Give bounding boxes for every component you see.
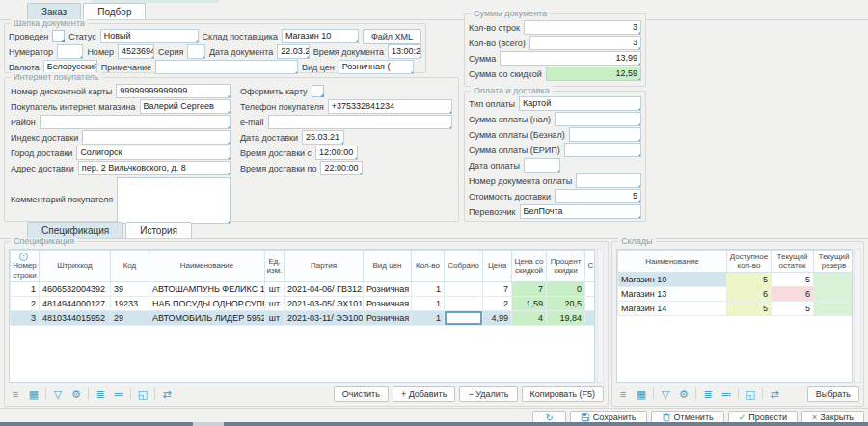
cell-num[interactable]: 1 — [11, 281, 40, 296]
cell-qty[interactable]: 1 — [412, 296, 445, 310]
cell-price-disc[interactable]: 4 — [512, 310, 547, 325]
doc-time-field[interactable]: 13:00:25 — [388, 44, 421, 59]
lines-count-field[interactable]: 3 — [524, 20, 641, 35]
cell-batch[interactable]: 2021-03-11/ ЭЭ1004647, — [285, 310, 364, 325]
spec-row-3-selected[interactable]: 3 4810344015952 29 АВТОМОБИЛЬ ЛИДЕР 5952… — [11, 310, 596, 325]
cash-field[interactable] — [555, 112, 641, 126]
tab-history[interactable]: История — [125, 222, 192, 238]
number-field[interactable]: 45236945 — [118, 44, 154, 59]
spec-col-price[interactable]: Цена — [483, 251, 512, 282]
reload-icon[interactable]: ⇄ — [768, 387, 781, 401]
spec-col-price-kind[interactable]: Вид цен — [364, 251, 412, 282]
cell-price-disc[interactable]: 1,59 — [512, 296, 547, 310]
list-view-icon[interactable]: ≡ — [9, 387, 22, 401]
status-field[interactable]: Новый — [100, 29, 199, 43]
xml-file-button[interactable]: Файл XML — [363, 29, 421, 44]
cell-name[interactable]: НАБ.ПОСУДЫ ОДНОР.СУПЕР! НА 6 ПЕРСОН СУ( — [149, 296, 265, 310]
cell-sum[interactable] — [585, 310, 596, 325]
filter-icon[interactable]: ▽ — [659, 387, 672, 401]
discount-card-field[interactable]: 99999999999999 — [116, 84, 231, 98]
cell-unit[interactable]: шт — [265, 310, 285, 325]
cell-barcode[interactable]: 4606532004392 — [40, 281, 111, 296]
spec-col-collected[interactable]: Собрано — [445, 251, 483, 282]
carrier-field[interactable]: БелПочта — [520, 204, 641, 219]
cell-barcode[interactable]: 4810344015952 — [40, 310, 111, 325]
spec-vertical-scrollbar[interactable] — [597, 249, 604, 383]
payment-type-field[interactable]: Картой — [519, 96, 641, 111]
reload-icon[interactable]: ⇄ — [160, 387, 174, 401]
stores-col-name[interactable]: Наименование — [618, 251, 727, 273]
cell-price[interactable]: 7 — [483, 281, 512, 296]
cell-store-reserve[interactable] — [814, 287, 854, 302]
cell-sum[interactable] — [585, 296, 596, 310]
stores-row-1-selected[interactable]: Магазин 10 5 5 — [618, 273, 854, 287]
cell-qty[interactable]: 1 — [412, 281, 445, 296]
list-view-icon[interactable]: ≡ — [616, 387, 630, 401]
cell-name[interactable]: АВТОШАМПУНЬ ФЕЛИКС 1000МЛ FELIX — [149, 281, 265, 296]
select-store-button[interactable]: Выбрать — [807, 386, 859, 402]
cell-price-kind[interactable]: Розничная ( — [364, 310, 412, 325]
stores-col-available[interactable]: Доступное кол-во — [727, 251, 772, 273]
spec-col-code[interactable]: Код — [111, 251, 149, 282]
cell-batch[interactable]: 2021-03-05/ ЭХ1013171, — [285, 296, 364, 310]
cell-store-reserve[interactable] — [814, 302, 854, 316]
sum-discount-field[interactable]: 12,59 — [546, 67, 641, 81]
stores-vertical-scrollbar[interactable] — [854, 249, 861, 383]
cell-disc-pct[interactable]: 19,84 — [547, 310, 585, 325]
delete-button[interactable]: − Удалить — [459, 386, 517, 402]
cell-code[interactable]: 29 — [111, 310, 149, 325]
spec-col-price-disc[interactable]: Цена со скидкой — [512, 251, 547, 282]
cell-unit[interactable]: шт — [265, 281, 285, 296]
spec-col-name[interactable]: Наименование — [149, 251, 265, 282]
sort-ascending-icon[interactable]: ↑ — [19, 253, 28, 261]
issue-card-checkbox[interactable] — [312, 85, 324, 97]
erip-field[interactable] — [564, 143, 641, 157]
delivery-address-field[interactable]: пер. 2 Вильчковского, д. 8 — [78, 161, 231, 175]
tab-specification[interactable]: Спецификация — [27, 222, 123, 238]
cell-store-name[interactable]: Магазин 10 — [618, 273, 727, 287]
spec-row-2[interactable]: 2 4814944000127 19233 НАБ.ПОСУДЫ ОДНОР.С… — [11, 296, 596, 310]
delivery-index-field[interactable] — [82, 130, 231, 145]
note-field[interactable] — [155, 60, 298, 74]
district-field[interactable] — [40, 115, 231, 129]
doc-date-field[interactable]: 22.03.21 — [277, 44, 309, 59]
email-field[interactable] — [268, 115, 452, 129]
cell-store-name[interactable]: Магазин 13 — [618, 287, 727, 302]
cell-collected[interactable] — [445, 281, 483, 296]
cell-store-current[interactable]: 5 — [772, 302, 814, 316]
cell-price[interactable]: 2 — [483, 296, 512, 310]
add-button[interactable]: + Добавить — [393, 386, 456, 402]
spec-col-sum[interactable]: С — [585, 251, 596, 282]
proveden-checkbox[interactable] — [52, 30, 65, 42]
grid-view-icon[interactable]: ▦ — [27, 387, 41, 401]
cell-store-available[interactable]: 5 — [727, 273, 772, 287]
cell-price-kind[interactable]: Розничная ( — [364, 281, 412, 296]
cell-qty[interactable]: 1 — [412, 310, 445, 325]
cell-sum[interactable] — [585, 281, 596, 296]
cell-barcode[interactable]: 4814944000127 — [40, 296, 111, 310]
stores-col-reserve[interactable]: Текущий резерв — [814, 251, 854, 273]
payment-doc-number-field[interactable] — [576, 173, 641, 188]
cell-price[interactable]: 4,99 — [483, 310, 512, 325]
settings-gear-icon[interactable]: ⚙ — [677, 387, 691, 401]
cell-collected[interactable] — [445, 296, 483, 310]
cell-code[interactable]: 19233 — [111, 296, 149, 310]
add-row-icon[interactable]: ≕ — [719, 387, 733, 401]
cell-num[interactable]: 2 — [11, 296, 40, 310]
delivery-city-field[interactable]: Солигорск — [76, 146, 231, 160]
numbered-list-icon[interactable]: ≣ — [94, 387, 107, 401]
tab-order[interactable]: Заказ — [27, 3, 81, 19]
qty-total-field[interactable]: 3 — [529, 36, 641, 50]
cell-name[interactable]: АВТОМОБИЛЬ ЛИДЕР 5952 РБ — [149, 310, 265, 325]
cell-store-reserve[interactable] — [814, 273, 854, 287]
spec-col-qty[interactable]: Кол-во — [412, 251, 445, 282]
delivery-date-field[interactable]: 25.03.21 — [302, 130, 344, 145]
cell-store-available[interactable]: 6 — [727, 287, 772, 302]
phone-field[interactable]: +375332841234 — [328, 99, 452, 114]
cell-disc-pct[interactable]: 20,5 — [547, 296, 585, 310]
supplier-store-field[interactable]: Магазин 10 — [282, 29, 359, 43]
export-icon[interactable]: ◱ — [744, 387, 757, 401]
grid-view-icon[interactable]: ▦ — [635, 387, 648, 401]
cashless-field[interactable] — [569, 127, 641, 142]
cell-store-current[interactable]: 5 — [772, 273, 814, 287]
